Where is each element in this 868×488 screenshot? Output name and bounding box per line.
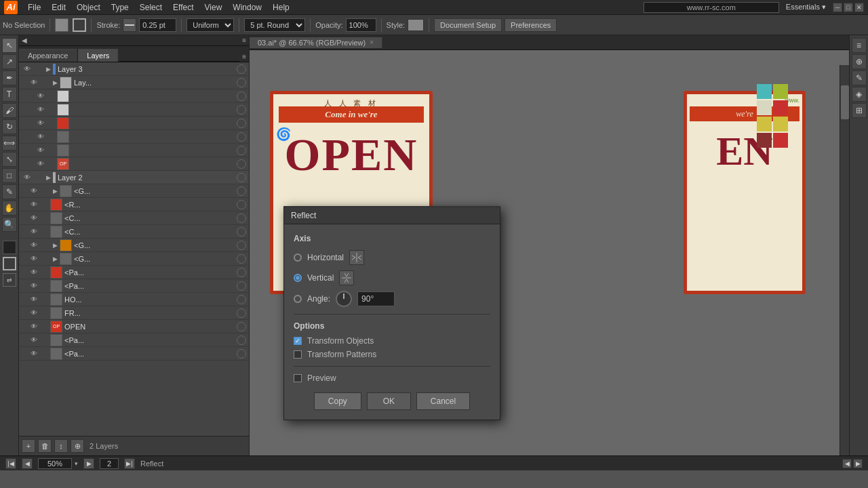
- list-item[interactable]: 👁 FR...: [19, 306, 249, 320]
- lock-toggle[interactable]: [39, 294, 50, 305]
- lock-toggle[interactable]: [46, 131, 57, 142]
- list-item[interactable]: 👁 ▶ Lay...: [19, 76, 249, 89]
- list-item[interactable]: 👁 HO...: [19, 293, 249, 306]
- lock-toggle[interactable]: [39, 253, 50, 264]
- visibility-toggle[interactable]: 👁: [28, 77, 39, 88]
- brush-select[interactable]: 5 pt. Round: [244, 18, 305, 32]
- cancel-button[interactable]: Cancel: [416, 392, 470, 410]
- visibility-toggle[interactable]: 👁: [35, 91, 46, 102]
- visibility-toggle[interactable]: 👁: [35, 131, 46, 142]
- color-stroke[interactable]: [3, 257, 16, 270]
- lock-toggle[interactable]: [39, 308, 50, 319]
- lock-toggle[interactable]: [39, 335, 50, 346]
- swatch-3[interactable]: [757, 100, 772, 115]
- list-item[interactable]: 👁 ▶ <G...: [19, 252, 249, 266]
- visibility-toggle[interactable]: 👁: [28, 281, 39, 291]
- layer-target[interactable]: [237, 119, 246, 128]
- stroke-type-select[interactable]: Uniform: [186, 18, 234, 32]
- visibility-toggle[interactable]: 👁: [28, 226, 39, 237]
- move-layer-button[interactable]: ↕: [54, 439, 68, 453]
- list-item[interactable]: 👁 🔒 ▶ Layer 3: [19, 62, 249, 76]
- shape-tool[interactable]: □: [2, 168, 17, 183]
- preferences-button[interactable]: Preferences: [505, 18, 557, 32]
- expand-toggle[interactable]: ▶: [50, 254, 60, 264]
- lock-toggle[interactable]: [39, 321, 50, 332]
- canvas-close-button[interactable]: ×: [370, 39, 374, 46]
- vertical-radio[interactable]: [294, 274, 302, 282]
- right-panel-btn-2[interactable]: ⊕: [852, 54, 867, 69]
- close-button[interactable]: ✕: [854, 3, 864, 12]
- list-item[interactable]: 👁 <C...: [19, 225, 249, 239]
- hand-tool[interactable]: ✋: [2, 201, 17, 216]
- swatch-4[interactable]: [773, 100, 788, 115]
- layer-target[interactable]: [237, 92, 246, 101]
- status-btn-1[interactable]: ◀: [842, 459, 852, 468]
- eyedropper-tool[interactable]: ✎: [2, 184, 17, 199]
- list-item[interactable]: 👁 <Pa...: [19, 333, 249, 347]
- visibility-toggle[interactable]: 👁: [22, 64, 33, 75]
- paintbrush-tool[interactable]: 🖌: [2, 103, 17, 118]
- lock-toggle[interactable]: [39, 77, 50, 88]
- list-item[interactable]: 👁: [19, 103, 249, 117]
- list-item[interactable]: 👁 <Pa...: [19, 279, 249, 293]
- visibility-toggle[interactable]: 👁: [28, 240, 39, 251]
- expand-toggle[interactable]: ▶: [43, 173, 53, 182]
- next-page-button[interactable]: ▶: [83, 458, 94, 469]
- menu-effect[interactable]: Effect: [168, 1, 198, 14]
- new-layer-button[interactable]: +: [22, 439, 35, 453]
- scale-tool[interactable]: ⤡: [2, 152, 17, 167]
- list-item[interactable]: 👁 <C...: [19, 211, 249, 225]
- visibility-toggle[interactable]: 👁: [28, 253, 39, 264]
- swap-colors[interactable]: ⇄: [3, 273, 16, 287]
- angle-option[interactable]: Angle:: [294, 291, 490, 307]
- list-item[interactable]: 👁 <Pa...: [19, 266, 249, 279]
- list-item[interactable]: 👁 ▶ <G...: [19, 184, 249, 198]
- list-item[interactable]: 👁: [19, 130, 249, 144]
- lock-toggle[interactable]: [39, 186, 50, 197]
- lock-toggle[interactable]: [39, 199, 50, 210]
- menu-file[interactable]: File: [23, 1, 45, 14]
- lock-toggle[interactable]: 🔒: [46, 145, 57, 156]
- list-item[interactable]: 👁: [19, 117, 249, 130]
- collapse-panel-button[interactable]: ◀: [22, 37, 27, 44]
- list-item[interactable]: 👁: [19, 89, 249, 103]
- menu-help[interactable]: Help: [268, 1, 294, 14]
- opacity-input[interactable]: [346, 18, 376, 32]
- panel-menu-button[interactable]: ≡: [242, 37, 246, 44]
- angle-input[interactable]: [357, 291, 395, 306]
- vertical-option[interactable]: Vertical: [294, 270, 490, 285]
- expand-toggle[interactable]: ▶: [50, 78, 60, 87]
- layer-target[interactable]: [237, 227, 246, 237]
- scrollbar-thumb[interactable]: [841, 85, 849, 119]
- minimize-button[interactable]: ─: [833, 3, 842, 12]
- type-tool[interactable]: T: [2, 87, 17, 102]
- pen-tool[interactable]: ✒: [2, 70, 17, 85]
- lock-toggle[interactable]: [39, 281, 50, 291]
- layer-target[interactable]: [237, 186, 246, 196]
- layer-target[interactable]: [237, 322, 246, 331]
- tab-appearance[interactable]: Appearance: [19, 49, 77, 62]
- lock-toggle[interactable]: [39, 240, 50, 251]
- layer-target[interactable]: [237, 349, 246, 359]
- angle-radio[interactable]: [294, 295, 302, 303]
- visibility-toggle[interactable]: 👁: [28, 335, 39, 346]
- visibility-toggle[interactable]: 👁: [22, 172, 33, 183]
- list-item[interactable]: 👁 ▶ <G...: [19, 239, 249, 252]
- visibility-toggle[interactable]: 👁: [28, 267, 39, 278]
- lock-toggle[interactable]: [46, 104, 57, 115]
- lock-toggle[interactable]: [33, 172, 43, 183]
- ok-button[interactable]: OK: [367, 392, 411, 410]
- layer-target[interactable]: [237, 214, 246, 223]
- lock-toggle[interactable]: [46, 91, 57, 102]
- visibility-toggle[interactable]: 👁: [28, 321, 39, 332]
- layer-target[interactable]: [237, 159, 246, 169]
- horizontal-option[interactable]: Horizontal: [294, 250, 490, 265]
- list-item[interactable]: 👁 🔒: [19, 144, 249, 157]
- stroke-value-input[interactable]: [139, 18, 176, 32]
- layer-target[interactable]: [237, 295, 246, 304]
- last-page-button[interactable]: ▶|: [124, 458, 135, 469]
- menu-object[interactable]: Object: [72, 1, 105, 14]
- fill-swatch[interactable]: [55, 18, 68, 32]
- visibility-toggle[interactable]: 👁: [28, 199, 39, 210]
- angle-dial[interactable]: [336, 291, 352, 307]
